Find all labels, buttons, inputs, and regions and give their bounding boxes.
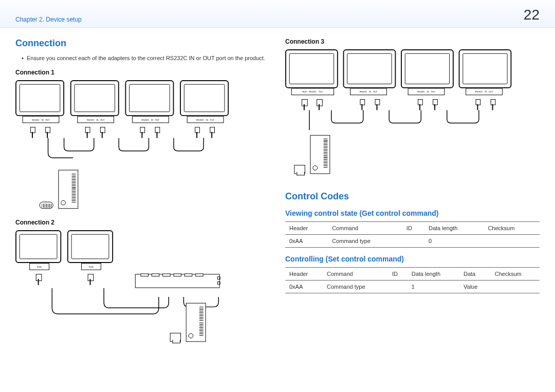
plug-icon bbox=[100, 127, 105, 138]
port-label-out: OUT bbox=[489, 90, 493, 93]
table-cell bbox=[484, 235, 540, 248]
plug-icon bbox=[475, 99, 480, 110]
plug-icon bbox=[30, 127, 35, 138]
port-label-out: OUT bbox=[319, 90, 323, 93]
port-label-in: IN bbox=[96, 118, 98, 121]
display-unit: RS232C IN OUT bbox=[401, 49, 454, 88]
plug-pair bbox=[180, 127, 229, 138]
plug-pair bbox=[343, 99, 396, 110]
rs232c-port-plate: RS232C IN OUT bbox=[466, 88, 503, 96]
col-header: Command bbox=[323, 268, 388, 281]
cable-svg bbox=[15, 138, 262, 167]
plug-icon bbox=[490, 99, 495, 110]
display-unit: RS232C IN OUT bbox=[180, 80, 229, 116]
mixed-port-plate: RJ45 RS232C OUT bbox=[291, 88, 334, 96]
connection-2-screens: RJ45 RJ45 bbox=[15, 230, 113, 263]
plug-pair bbox=[285, 99, 338, 110]
plug-icon bbox=[375, 99, 380, 110]
lan-connector-icon bbox=[294, 165, 305, 174]
chapter-label: Chapter 2. Device setup bbox=[15, 7, 82, 23]
plug-icon bbox=[302, 99, 307, 110]
page-header: Chapter 2. Device setup 22 bbox=[0, 0, 555, 28]
col-header: Checksum bbox=[484, 222, 540, 235]
connection-2-title: Connection 2 bbox=[15, 219, 270, 226]
serial-connector-icon bbox=[40, 201, 53, 209]
port-label-out: OUT bbox=[210, 118, 214, 121]
col-header: Data length bbox=[408, 268, 459, 281]
table-header-row: Header Command ID Data length Data Check… bbox=[285, 268, 540, 281]
port-label-rj45: RJ45 bbox=[37, 265, 42, 268]
plug-icon bbox=[88, 274, 93, 285]
port-label-rj45: RJ45 bbox=[302, 90, 307, 93]
pc-tower-icon bbox=[58, 170, 78, 209]
display-unit: RJ45 RS232C OUT bbox=[285, 49, 338, 88]
connection-3-screens: RJ45 RS232C OUT RS232C IN OUT RS232C bbox=[285, 49, 511, 88]
port-label-rs232c: RS232C bbox=[87, 118, 95, 121]
display-unit: RS232C IN OUT bbox=[125, 80, 174, 116]
lan-connector-icon bbox=[170, 332, 181, 341]
pc-tower-icon bbox=[186, 303, 206, 342]
connection-heading: Connection bbox=[15, 38, 270, 49]
col-header: Header bbox=[285, 222, 328, 235]
plug-icon bbox=[432, 99, 437, 110]
table-cell bbox=[388, 281, 408, 293]
plug-icon bbox=[140, 127, 145, 138]
port-label-out: OUT bbox=[155, 118, 159, 121]
right-column: Connection 3 RJ45 RS232C OUT RS232C IN O… bbox=[285, 38, 540, 345]
connection-1-screens: RS232C IN OUT RS232C IN OUT RS232C I bbox=[15, 80, 229, 116]
table-cell: Command type bbox=[328, 235, 402, 248]
port-label-rs232c: RS232C bbox=[309, 90, 317, 93]
plug-pair bbox=[70, 127, 119, 138]
pc-block bbox=[294, 135, 330, 174]
rs232c-port-plate: RS232C IN OUT bbox=[77, 116, 114, 123]
left-column: Connection Ensure you connect each of th… bbox=[15, 38, 270, 345]
table-row: 0xAA Command type 0 bbox=[285, 235, 540, 248]
connection-2-diagram: RJ45 RJ45 bbox=[15, 230, 262, 342]
table-cell: Value bbox=[459, 281, 491, 293]
connection-1-title: Connection 1 bbox=[15, 69, 270, 76]
port-label-out: OUT bbox=[46, 118, 50, 121]
rs232c-port-plate: RS232C IN OUT bbox=[187, 116, 224, 123]
table-cell: 0xAA bbox=[285, 281, 323, 293]
col-header: Data length bbox=[424, 222, 484, 235]
rj45-port-plate: RJ45 bbox=[29, 263, 49, 270]
port-label-in: IN bbox=[485, 90, 487, 93]
port-label-out: OUT bbox=[373, 90, 377, 93]
lan-plug bbox=[67, 274, 113, 288]
display-unit: RJ45 bbox=[67, 230, 113, 263]
plug-icon bbox=[36, 274, 41, 285]
table-cell: Command type bbox=[323, 281, 388, 293]
port-label-rs232c: RS232C bbox=[417, 90, 425, 93]
col-header: ID bbox=[402, 222, 424, 235]
col-header: Data bbox=[459, 268, 491, 281]
port-label-out: OUT bbox=[100, 118, 104, 121]
port-label-rs232c: RS232C bbox=[196, 118, 204, 121]
table-header-row: Header Command ID Data length Checksum bbox=[285, 222, 540, 235]
plug-pair bbox=[459, 99, 512, 110]
table-cell: 0 bbox=[424, 235, 484, 248]
plug-row bbox=[285, 99, 511, 110]
page-number: 22 bbox=[524, 7, 540, 23]
port-label-rj45: RJ45 bbox=[89, 265, 94, 268]
plug-pair bbox=[401, 99, 454, 110]
connection-note-item: Ensure you connect each of the adapters … bbox=[22, 54, 270, 63]
rs232c-port-plate: RS232C IN OUT bbox=[408, 88, 445, 96]
port-label-in: IN bbox=[151, 118, 153, 121]
connection-notes: Ensure you connect each of the adapters … bbox=[15, 54, 270, 63]
get-command-heading: Viewing control state (Get control comma… bbox=[285, 209, 540, 217]
rs232c-port-plate: RS232C IN OUT bbox=[350, 88, 387, 96]
table-row: 0xAA Command type 1 Value bbox=[285, 281, 540, 293]
rs232c-port-plate: RS232C IN OUT bbox=[23, 116, 60, 123]
plug-icon bbox=[209, 127, 214, 138]
col-header: Header bbox=[285, 268, 323, 281]
table-cell bbox=[491, 281, 540, 293]
port-label-out: OUT bbox=[431, 90, 435, 93]
col-header: Checksum bbox=[491, 268, 540, 281]
port-label-in: IN bbox=[427, 90, 429, 93]
set-command-table: Header Command ID Data length Data Check… bbox=[285, 267, 540, 293]
port-label-in: IN bbox=[369, 90, 371, 93]
cable-diagram bbox=[15, 288, 262, 323]
network-hub-icon bbox=[135, 274, 220, 288]
connection-3-title: Connection 3 bbox=[285, 38, 540, 45]
page-content: Connection Ensure you connect each of th… bbox=[0, 28, 555, 345]
